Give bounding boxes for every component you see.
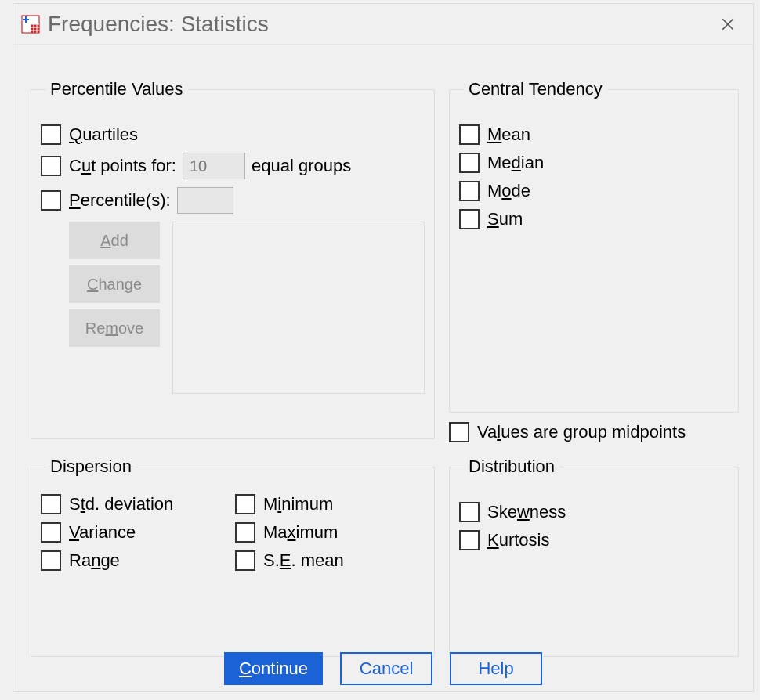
cutpoints-label-suffix: equal groups (252, 156, 351, 176)
distribution-legend: Distribution (464, 456, 559, 477)
cutpoints-checkbox[interactable] (41, 156, 61, 176)
median-label[interactable]: Median (487, 153, 544, 173)
min-checkbox[interactable] (235, 494, 255, 514)
central-tendency-group: Central Tendency Mean Median Mode Sum (449, 79, 739, 413)
range-checkbox[interactable] (41, 550, 61, 571)
std-label[interactable]: Std. deviation (69, 494, 173, 514)
var-label[interactable]: Variance (69, 522, 136, 543)
sum-checkbox[interactable] (459, 209, 480, 229)
percentile-values-group: Percentile Values Quartiles Cut points f… (31, 79, 435, 439)
cutpoints-label-prefix[interactable]: Cut points for: (69, 156, 176, 176)
kurtosis-checkbox[interactable] (459, 530, 480, 550)
cutpoints-input[interactable] (183, 153, 245, 179)
skewness-label[interactable]: Skewness (487, 502, 566, 522)
percentile-values-legend: Percentile Values (45, 79, 188, 99)
var-checkbox[interactable] (41, 522, 61, 543)
median-checkbox[interactable] (459, 153, 480, 173)
percentiles-label[interactable]: Percentile(s): (69, 190, 171, 211)
help-button[interactable]: Help (450, 652, 542, 685)
app-icon (21, 15, 40, 34)
se-label[interactable]: S.E. mean (263, 550, 344, 571)
max-checkbox[interactable] (235, 522, 255, 543)
min-label[interactable]: Minimum (263, 494, 333, 514)
titlebar: Frequencies: Statistics (13, 4, 753, 45)
mean-checkbox[interactable] (459, 124, 480, 145)
midpoints-checkbox[interactable] (449, 422, 469, 442)
svg-rect-1 (31, 24, 39, 33)
percentiles-input[interactable] (177, 187, 233, 214)
change-button[interactable]: Change (69, 265, 160, 303)
percentiles-listbox[interactable] (172, 222, 425, 394)
dialog-title: Frequencies: Statistics (48, 12, 714, 37)
continue-button[interactable]: Continue (224, 652, 323, 685)
dispersion-legend: Dispersion (45, 456, 136, 477)
midpoints-label[interactable]: Values are group midpoints (477, 422, 686, 442)
std-checkbox[interactable] (41, 494, 61, 514)
statistics-dialog: Frequencies: Statistics Percentile Value… (13, 3, 754, 692)
central-tendency-legend: Central Tendency (464, 79, 607, 99)
midpoints-row: Values are group midpoints (449, 422, 686, 442)
add-button[interactable]: Add (69, 222, 160, 259)
sum-label[interactable]: Sum (487, 209, 523, 229)
mode-checkbox[interactable] (459, 181, 480, 201)
dispersion-group: Dispersion Std. deviation Minimum Varian… (31, 456, 435, 657)
quartiles-label[interactable]: Quartiles (69, 124, 138, 145)
mean-label[interactable]: Mean (487, 124, 530, 145)
mode-label[interactable]: Mode (487, 181, 530, 201)
remove-button[interactable]: Remove (69, 309, 160, 347)
kurtosis-label[interactable]: Kurtosis (487, 530, 549, 550)
se-checkbox[interactable] (235, 550, 255, 571)
cancel-button[interactable]: Cancel (340, 652, 432, 685)
skewness-checkbox[interactable] (459, 502, 480, 522)
quartiles-checkbox[interactable] (41, 124, 61, 145)
range-label[interactable]: Range (69, 550, 120, 571)
dialog-footer: Continue Cancel Help (13, 652, 753, 685)
dialog-body: Percentile Values Quartiles Cut points f… (13, 45, 753, 691)
distribution-group: Distribution Skewness Kurtosis (449, 456, 739, 657)
close-icon[interactable] (714, 10, 742, 38)
percentiles-checkbox[interactable] (41, 190, 61, 211)
max-label[interactable]: Maximum (263, 522, 338, 543)
